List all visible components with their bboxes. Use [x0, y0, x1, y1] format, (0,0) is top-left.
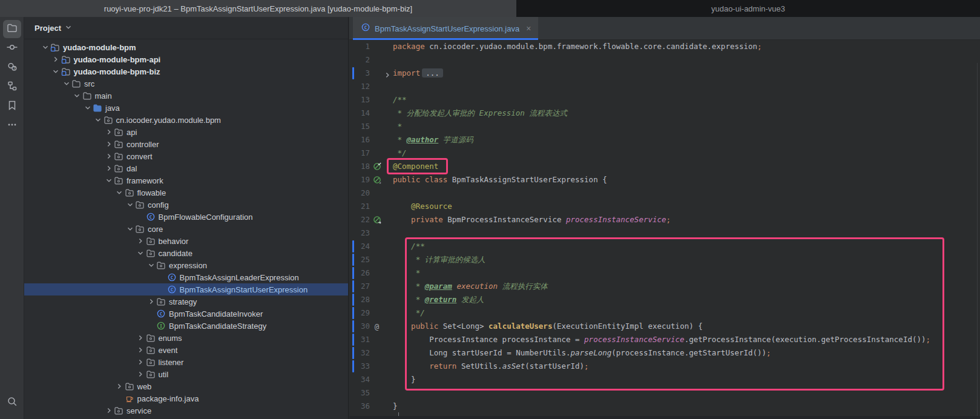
tree-item-cn.iocoder.yudao.module.bpm[interactable]: cn.iocoder.yudao.module.bpm: [24, 114, 348, 126]
tree-item-strategy[interactable]: strategy: [24, 295, 348, 308]
line-number[interactable]: 19: [349, 173, 370, 186]
code-area[interactable]: 1package cn.iocoder.yudao.module.bpm.fra…: [349, 40, 980, 419]
project-panel-header[interactable]: Project: [24, 17, 348, 39]
spring-bean-icon[interactable]: [370, 176, 384, 185]
chevron-down-icon[interactable]: [51, 67, 61, 76]
line-number[interactable]: 12: [349, 80, 370, 93]
chevron-right-icon[interactable]: [136, 357, 146, 367]
chevron-right-icon[interactable]: [136, 345, 146, 355]
tree-item-enums[interactable]: enums: [24, 332, 348, 344]
chevron-down-icon[interactable]: [104, 176, 114, 185]
chevron-down-icon[interactable]: [125, 224, 135, 234]
line-number[interactable]: 16: [349, 133, 370, 147]
line-number[interactable]: 35: [349, 386, 370, 400]
line-number[interactable]: 20: [349, 186, 370, 200]
at-symbol-icon[interactable]: @: [370, 322, 384, 331]
tree-item-service[interactable]: service: [24, 404, 348, 417]
chevron-down-icon[interactable]: [61, 79, 71, 88]
chevron-down-icon[interactable]: [114, 188, 125, 197]
activity-bar-commit-button[interactable]: [3, 39, 21, 58]
activity-bar-structure-button[interactable]: [3, 78, 21, 96]
chevron-right-icon[interactable]: [136, 369, 146, 379]
tree-item-web[interactable]: web: [24, 380, 348, 392]
activity-bar-more-button[interactable]: [3, 117, 21, 135]
line-number[interactable]: 15: [349, 120, 370, 133]
line-number[interactable]: 1: [349, 40, 370, 53]
chevron-down-icon[interactable]: [125, 200, 135, 210]
tree-item-framework[interactable]: framework: [24, 174, 348, 186]
line-number[interactable]: 22: [349, 213, 370, 226]
tree-item-BpmTaskCandidateInvoker[interactable]: CBpmTaskCandidateInvoker: [24, 308, 348, 320]
chevron-right-icon[interactable]: [114, 381, 125, 391]
tree-item-yudao-module-bpm-biz[interactable]: yudao-module-bpm-biz: [24, 65, 348, 78]
code-line-27: 27 * @param execution 流程执行实体: [349, 280, 980, 293]
chevron-right-icon[interactable]: [104, 127, 114, 137]
gutter-spacer: [370, 149, 384, 158]
tree-item-candidate[interactable]: candidate: [24, 247, 348, 259]
tree-item-src[interactable]: src: [24, 78, 348, 90]
tree-item-config[interactable]: config: [24, 199, 348, 211]
chevron-down-icon[interactable]: [40, 42, 50, 52]
tree-item-flowable[interactable]: flowable: [24, 186, 348, 199]
editor-tab-label: BpmTaskAssignStartUserExpression.java: [375, 24, 519, 33]
line-number[interactable]: 18: [349, 160, 370, 173]
tree-item-package-info.java[interactable]: package-info.java: [24, 392, 348, 404]
chevron-right-icon[interactable]: [104, 406, 114, 415]
tree-item-label: listener: [157, 358, 184, 367]
line-number[interactable]: 17: [349, 147, 370, 160]
chevron-down-icon[interactable]: [82, 103, 93, 113]
activity-bar-project-button[interactable]: [3, 20, 21, 38]
chevron-right-icon[interactable]: [104, 163, 114, 173]
tree-item-event[interactable]: event: [24, 344, 348, 356]
tree-item-core[interactable]: core: [24, 223, 348, 235]
tree-item-controller[interactable]: controller: [24, 138, 348, 150]
chevron-right-icon[interactable]: [136, 333, 146, 343]
tree-item-BpmTaskAssignStartUserExpression[interactable]: CBpmTaskAssignStartUserExpression: [24, 283, 348, 295]
line-number[interactable]: 36: [349, 400, 370, 413]
tree-item-BpmTaskAssignLeaderExpression[interactable]: CBpmTaskAssignLeaderExpression: [24, 271, 348, 283]
chevron-down-icon[interactable]: [146, 260, 156, 270]
chevron-down-icon[interactable]: [93, 115, 104, 125]
editor-tab[interactable]: C BpmTaskAssignStartUserExpression.java …: [353, 17, 538, 40]
code-line-19: 19public class BpmTaskAssignStartUserExp…: [349, 173, 980, 186]
fold-spacer: [384, 363, 393, 370]
chevron-right-icon[interactable]: [104, 151, 114, 161]
active-window-titlebar[interactable]: ruoyi-vue-pro-jdk21 – BpmTaskAssignStart…: [0, 0, 516, 17]
folded-imports-region[interactable]: ...: [422, 68, 443, 78]
tree-item-main[interactable]: main: [24, 90, 348, 102]
tree-item-expression[interactable]: expression: [24, 259, 348, 271]
tree-item-dal[interactable]: dal: [24, 162, 348, 174]
line-number[interactable]: 23: [349, 226, 370, 240]
tree-item-yudao-module-bpm[interactable]: yudao-module-bpm: [24, 41, 348, 53]
background-window-titlebar[interactable]: yudao-ui-admin-vue3: [516, 0, 980, 17]
package-icon: [146, 345, 157, 355]
activity-bar-pull-requests-button[interactable]: ?: [3, 59, 21, 77]
activity-bar-bookmarks-button[interactable]: [3, 97, 21, 116]
line-number[interactable]: 2: [349, 53, 370, 67]
line-number[interactable]: 14: [349, 107, 370, 120]
tree-item-behavior[interactable]: behavior: [24, 235, 348, 247]
line-number[interactable]: 13: [349, 93, 370, 107]
activity-bar-search-button[interactable]: [3, 394, 21, 412]
chevron-right-icon[interactable]: [136, 236, 146, 246]
chevron-right-icon[interactable]: [51, 54, 61, 64]
tree-item-util[interactable]: util: [24, 368, 348, 380]
chevron-right-icon[interactable]: [146, 297, 156, 306]
chevron-down-icon[interactable]: [136, 248, 146, 258]
line-number[interactable]: 34: [349, 373, 370, 386]
tree-item-java[interactable]: java: [24, 102, 348, 114]
chevron-down-icon[interactable]: [72, 91, 82, 101]
tree-item-BpmFlowableConfiguration[interactable]: CBpmFlowableConfiguration: [24, 211, 348, 223]
tree-item-yudao-module-bpm-api[interactable]: yudao-module-bpm-api: [24, 53, 348, 65]
fold-marker-icon[interactable]: [384, 70, 393, 77]
line-number[interactable]: 21: [349, 200, 370, 213]
spring-autowired-icon[interactable]: [370, 216, 384, 225]
close-icon[interactable]: ×: [526, 24, 531, 33]
tree-item-BpmTaskCandidateStrategy[interactable]: IBpmTaskCandidateStrategy: [24, 320, 348, 332]
tree-item-listener[interactable]: listener: [24, 356, 348, 368]
spring-bean-check-icon[interactable]: [370, 162, 384, 171]
gutter-spacer: [370, 122, 384, 131]
tree-item-api[interactable]: api: [24, 126, 348, 138]
tree-item-convert[interactable]: convert: [24, 150, 348, 162]
chevron-right-icon[interactable]: [104, 139, 114, 149]
